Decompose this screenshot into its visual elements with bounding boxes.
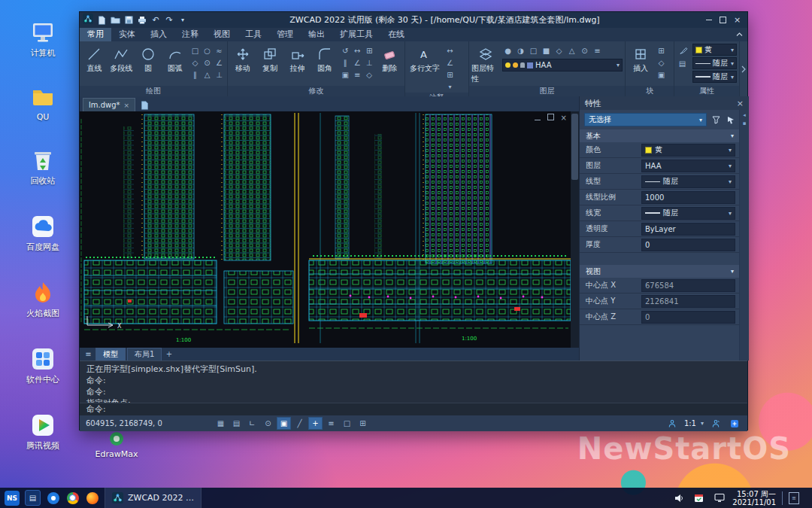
snap-toggle-icon[interactable]: ▦: [214, 417, 228, 430]
offset-tool-icon[interactable]: ∥: [340, 57, 351, 68]
mtext-tool-button[interactable]: A 多行文字: [408, 44, 442, 84]
tab-home[interactable]: 常用: [80, 28, 111, 41]
match-properties-icon[interactable]: [677, 44, 690, 57]
linear-dimension-icon[interactable]: ↔: [444, 45, 456, 56]
insert-block-button[interactable]: 插入: [628, 44, 653, 84]
spline-tool-icon[interactable]: ∠: [214, 57, 225, 68]
panel-label-modify[interactable]: 修改: [228, 86, 404, 96]
tab-insert[interactable]: 插入: [143, 28, 174, 41]
leader-icon[interactable]: ∠: [444, 57, 456, 68]
workspace-switch-icon[interactable]: [727, 417, 741, 430]
command-prompt-input[interactable]: 命令:: [80, 403, 747, 415]
linetype-value-dropdown[interactable]: 随层 ▾: [641, 175, 735, 188]
osnap-toggle-icon[interactable]: ▣: [277, 417, 291, 430]
lineweight-value-dropdown[interactable]: 随层 ▾: [641, 207, 735, 220]
ray-tool-icon[interactable]: △: [201, 69, 213, 81]
fillet-tool-button[interactable]: 圆角: [312, 44, 337, 84]
otrack-toggle-icon[interactable]: ╱: [292, 417, 307, 430]
erase-tool-button[interactable]: 删除: [377, 44, 402, 84]
file-manager-icon[interactable]: ▤: [25, 490, 41, 506]
tab-solid[interactable]: 实体: [111, 28, 143, 41]
chrome-icon[interactable]: [65, 491, 80, 505]
explode-tool-icon[interactable]: ◇: [364, 69, 375, 81]
minimize-button[interactable]: [701, 14, 716, 26]
polygon-tool-icon[interactable]: ◇: [189, 57, 201, 68]
properties-header[interactable]: 特性 ×: [580, 96, 749, 110]
section-view[interactable]: 视图 ▾: [580, 265, 740, 278]
open-folder-icon[interactable]: [110, 15, 120, 26]
lineweight-toggle-icon[interactable]: ≡: [324, 417, 338, 430]
ribbon-collapse-icon[interactable]: [731, 28, 747, 41]
layer-lock-icon[interactable]: □: [528, 45, 539, 56]
close-icon[interactable]: ×: [737, 99, 744, 108]
circle-tool-button[interactable]: 圆: [136, 44, 161, 84]
redo-icon[interactable]: ↷: [164, 15, 174, 26]
panel-label-block[interactable]: 块: [626, 86, 674, 96]
layer-value-dropdown[interactable]: HAA ▾: [641, 160, 735, 172]
copy-tool-button[interactable]: 复制: [257, 44, 282, 84]
document-tab[interactable]: lm.dwg* ×: [83, 98, 135, 111]
table-icon[interactable]: ⊞: [444, 69, 456, 81]
dynamic-input-toggle-icon[interactable]: +: [308, 417, 323, 430]
point-tool-icon[interactable]: ⊙: [201, 57, 213, 68]
selection-dropdown[interactable]: 无选择 ▾: [584, 113, 707, 126]
rail-chevron-icon[interactable]: ◂: [740, 112, 749, 118]
linetype-dropdown[interactable]: 随层 ▾: [692, 57, 737, 69]
properties-palette-icon[interactable]: ▤: [677, 58, 688, 69]
desktop-icon-computer[interactable]: 计算机: [18, 20, 68, 59]
layer-on-icon[interactable]: ●: [502, 45, 514, 56]
desktop-icon-flame-screenshot[interactable]: 火焰截图: [18, 280, 68, 319]
xline-tool-icon[interactable]: ∥: [189, 69, 201, 81]
tab-model[interactable]: 模型: [95, 348, 126, 361]
tab-manage[interactable]: 管理: [269, 28, 301, 41]
new-document-tab-icon[interactable]: [138, 99, 150, 111]
layer-walk-icon[interactable]: ≡: [592, 45, 603, 56]
desktop-icon-tencent-video[interactable]: 腾讯视频: [18, 412, 68, 452]
maximize-button[interactable]: [716, 14, 730, 26]
thickness-field[interactable]: 0: [641, 239, 735, 251]
panel-label-draw[interactable]: 绘图: [80, 86, 227, 96]
quick-select-icon[interactable]: [710, 114, 722, 126]
polar-toggle-icon[interactable]: ⊙: [261, 417, 275, 430]
rectangle-tool-icon[interactable]: □: [189, 45, 201, 56]
ribbon-overflow-icon[interactable]: [740, 41, 747, 96]
annotate-more-icon[interactable]: ▾: [444, 81, 456, 93]
add-layout-icon[interactable]: +: [163, 350, 174, 358]
plot-icon[interactable]: [137, 15, 147, 26]
layer-prev-icon[interactable]: ⊙: [579, 45, 590, 56]
tab-express[interactable]: 扩展工具: [332, 28, 380, 41]
annotation-scale-value[interactable]: 1:1: [684, 419, 696, 427]
lineweight-dropdown[interactable]: 随层 ▾: [692, 71, 737, 83]
taskbar-task-zwcad[interactable]: ZWCAD 2022 …: [105, 488, 201, 508]
grid-toggle-icon[interactable]: ▤: [229, 417, 244, 430]
stretch-tool-button[interactable]: 拉伸: [285, 44, 310, 84]
color-value-dropdown[interactable]: 黄 ▾: [641, 144, 735, 157]
palette-side-rail[interactable]: ◂ ▪: [739, 110, 749, 360]
tab-view[interactable]: 视图: [206, 28, 238, 41]
tab-output[interactable]: 输出: [301, 28, 332, 41]
create-block-icon[interactable]: ⊞: [656, 45, 667, 56]
annotation-visibility-icon[interactable]: [665, 417, 680, 430]
undo-icon[interactable]: ↶: [150, 15, 161, 26]
desktop-icon-qu-folder[interactable]: QU: [18, 84, 68, 122]
calendar-icon[interactable]: [692, 491, 706, 505]
layer-properties-button[interactable]: 图层特性: [471, 44, 500, 84]
ellipse-tool-icon[interactable]: ○: [201, 45, 213, 56]
notification-panel-icon[interactable]: ≡: [789, 492, 799, 504]
cad-drawing-canvas[interactable]: 1:100 1:100 X ×: [80, 111, 579, 348]
color-dropdown[interactable]: 黄 ▾: [692, 44, 737, 56]
hatch-tool-icon[interactable]: ≈: [214, 45, 225, 56]
block-editor-icon[interactable]: ▣: [656, 69, 667, 81]
doc-restore-icon[interactable]: [547, 114, 554, 122]
polyline-tool-button[interactable]: 多段线: [109, 44, 134, 84]
tray-app-icon[interactable]: [46, 491, 60, 505]
tab-annotate[interactable]: 注释: [174, 28, 206, 41]
layer-dropdown[interactable]: HAA ▾: [502, 59, 623, 71]
select-objects-icon[interactable]: [725, 114, 737, 126]
panel-label-layers[interactable]: 图层: [469, 86, 625, 96]
desktop-icon-software-center[interactable]: 软件中心: [18, 346, 68, 385]
desktop-icon-edrawmax[interactable]: EdrawMax: [89, 430, 144, 459]
block-attribute-icon[interactable]: ◇: [656, 57, 667, 68]
annotation-autoscale-icon[interactable]: [708, 417, 723, 430]
rotate-tool-icon[interactable]: ↺: [340, 45, 351, 56]
